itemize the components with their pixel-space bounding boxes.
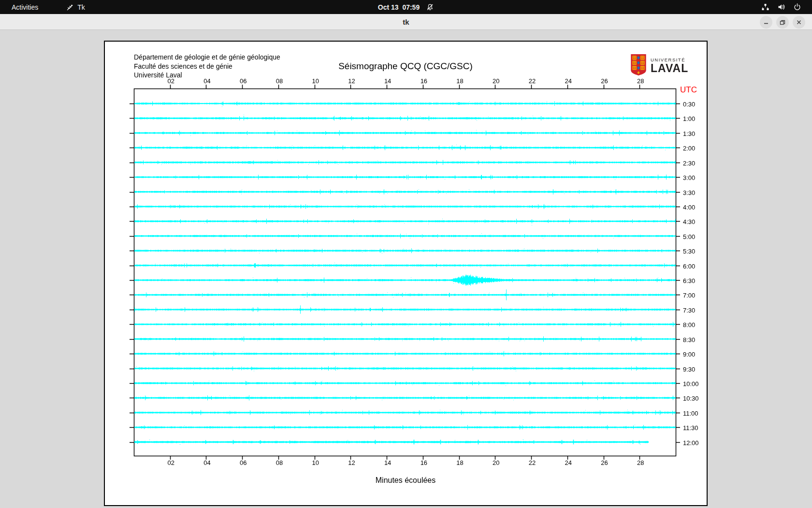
minimize-button[interactable] [760, 16, 772, 29]
seismograph-canvas-frame: Département de géologie et de génie géol… [104, 41, 708, 506]
utc-time-label: 7:30 [683, 307, 695, 314]
utc-time-label: 3:30 [683, 189, 695, 196]
laval-crest-icon [630, 54, 647, 78]
window-title: tk [403, 18, 409, 26]
x-tick-label: 22 [529, 459, 536, 466]
x-axis-title: Minutes écoulées [376, 476, 436, 485]
x-tick-label: 18 [456, 77, 463, 85]
logo-universite-label: UNIVERSITÉ [651, 58, 688, 62]
x-tick-label: 10 [312, 77, 319, 85]
x-tick-label: 02 [167, 77, 174, 85]
utc-time-label: 5:00 [683, 233, 695, 240]
x-tick-label: 08 [276, 459, 283, 466]
x-tick-label: 02 [167, 459, 174, 466]
x-tick-label: 04 [203, 459, 210, 466]
x-tick-label: 26 [601, 459, 608, 466]
notifications-muted-icon [426, 3, 434, 11]
institution-line-2: Faculté des sciences et de génie [134, 62, 280, 71]
universite-laval-logo: UNIVERSITÉ LAVAL [630, 54, 688, 78]
tk-feather-icon [66, 3, 74, 11]
clock-label: Oct 13 07:59 [378, 3, 420, 11]
utc-time-label: 1:00 [683, 115, 695, 122]
x-tick-label: 10 [312, 459, 319, 466]
x-tick-label: 08 [276, 77, 283, 85]
x-tick-label: 06 [240, 459, 246, 466]
utc-time-label: 0:30 [683, 101, 695, 108]
close-button[interactable] [793, 16, 805, 29]
x-tick-label: 22 [529, 77, 536, 85]
utc-time-label: 4:30 [683, 218, 695, 225]
x-tick-label: 18 [456, 459, 463, 466]
institution-block: Département de géologie et de génie géol… [134, 53, 280, 80]
utc-time-label: 5:30 [683, 248, 695, 255]
utc-time-label: 12:00 [683, 439, 699, 447]
utc-time-label: 2:30 [683, 160, 695, 167]
x-tick-label: 16 [420, 77, 427, 85]
utc-time-label: 10:00 [683, 380, 699, 388]
volume-icon [777, 3, 785, 11]
utc-time-label: 8:00 [683, 321, 695, 329]
desktop: Activities Tk Oct 13 07:59 [0, 0, 812, 508]
clock-menu[interactable]: Oct 13 07:59 [378, 0, 434, 14]
utc-time-label: 9:00 [683, 351, 695, 358]
x-tick-label: 20 [493, 77, 499, 85]
utc-time-label: 1:30 [683, 130, 695, 137]
utc-time-label: 4:00 [683, 204, 695, 211]
gnome-top-bar: Activities Tk Oct 13 07:59 [0, 0, 812, 14]
app-indicator-label: Tk [77, 3, 85, 11]
app-indicator-tk[interactable]: Tk [62, 0, 89, 14]
tk-window-body: Département de géologie et de génie géol… [0, 30, 812, 508]
utc-axis-label: UTC [680, 85, 697, 95]
institution-line-1: Département de géologie et de génie géol… [134, 53, 280, 62]
logo-laval-label: LAVAL [651, 63, 688, 74]
maximize-button[interactable] [776, 16, 789, 29]
x-tick-label: 14 [384, 459, 391, 466]
utc-time-label: 11:00 [683, 410, 698, 417]
utc-time-label: 6:00 [683, 263, 695, 270]
network-wired-icon [761, 3, 769, 11]
x-tick-label: 12 [348, 459, 355, 466]
chart-title: Séismographe QCQ (CGC/GSC) [338, 61, 473, 72]
x-tick-label: 12 [348, 77, 355, 85]
utc-time-label: 8:30 [683, 336, 695, 344]
x-tick-label: 28 [637, 459, 644, 466]
activities-button[interactable]: Activities [6, 0, 44, 14]
seismogram-trace-canvas [105, 42, 707, 505]
x-tick-label: 16 [420, 459, 427, 466]
utc-time-label: 3:00 [683, 174, 695, 181]
x-tick-label: 28 [637, 77, 644, 85]
window-titlebar: tk [0, 14, 812, 30]
utc-time-label: 7:00 [683, 292, 695, 299]
utc-time-label: 10:30 [683, 395, 699, 402]
x-tick-label: 14 [384, 77, 391, 85]
utc-time-label: 6:30 [683, 277, 695, 284]
x-tick-label: 26 [601, 77, 608, 85]
utc-time-label: 11:30 [683, 424, 698, 432]
power-icon [793, 3, 801, 11]
x-tick-label: 24 [565, 459, 572, 466]
system-menu[interactable] [761, 0, 812, 14]
utc-time-label: 9:30 [683, 366, 695, 373]
x-tick-label: 20 [493, 459, 499, 466]
x-tick-label: 04 [203, 77, 210, 85]
x-tick-label: 06 [240, 77, 246, 85]
utc-time-label: 2:00 [683, 145, 695, 152]
x-tick-label: 24 [565, 77, 572, 85]
